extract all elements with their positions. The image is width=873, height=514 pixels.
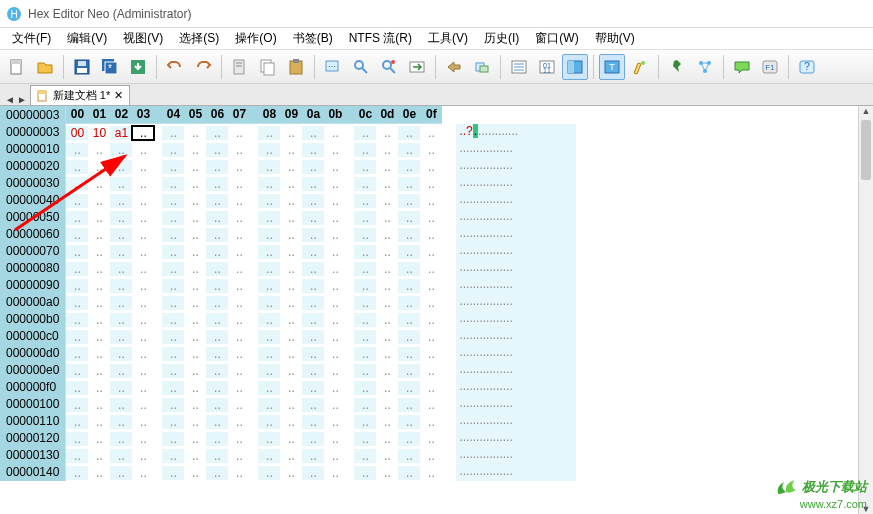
hex-byte[interactable]: ..: [302, 262, 324, 276]
goto-button[interactable]: [404, 54, 430, 80]
hex-byte[interactable]: ..: [354, 194, 376, 208]
hex-byte[interactable]: ..: [228, 296, 250, 310]
hex-byte[interactable]: ..: [324, 245, 346, 259]
hex-byte[interactable]: ..: [66, 177, 88, 191]
nav-fwd-button[interactable]: [469, 54, 495, 80]
hex-byte[interactable]: ..: [398, 432, 420, 446]
hex-byte[interactable]: ..: [184, 143, 206, 157]
hex-byte[interactable]: ..: [110, 415, 132, 429]
hex-byte[interactable]: ..: [280, 347, 302, 361]
ascii-cell[interactable]: ................: [456, 447, 576, 464]
ascii-cell[interactable]: ................: [456, 413, 576, 430]
hex-byte[interactable]: ..: [66, 449, 88, 463]
hex-byte[interactable]: ..: [206, 279, 228, 293]
ascii-cell[interactable]: ..?.............: [456, 124, 576, 141]
hex-byte[interactable]: ..: [376, 415, 398, 429]
hex-byte[interactable]: a1: [110, 126, 132, 140]
highlight-button[interactable]: [627, 54, 653, 80]
hex-byte[interactable]: ..: [110, 381, 132, 395]
hex-byte[interactable]: ..: [132, 313, 154, 327]
hex-byte[interactable]: ..: [184, 279, 206, 293]
hex-byte[interactable]: ..: [376, 330, 398, 344]
hex-byte[interactable]: ..: [324, 449, 346, 463]
hex-byte[interactable]: ..: [280, 126, 302, 140]
hex-byte[interactable]: ..: [110, 228, 132, 242]
hex-byte[interactable]: ..: [132, 415, 154, 429]
hex-byte[interactable]: ..: [184, 466, 206, 480]
hex-byte[interactable]: ..: [66, 432, 88, 446]
chat-button[interactable]: [729, 54, 755, 80]
hex-byte[interactable]: ..: [376, 143, 398, 157]
hex-byte[interactable]: ..: [110, 160, 132, 174]
hex-byte[interactable]: ..: [206, 262, 228, 276]
hex-byte[interactable]: ..: [184, 211, 206, 225]
hex-byte[interactable]: ..: [258, 466, 280, 480]
hex-byte[interactable]: ..: [88, 398, 110, 412]
ascii-cell[interactable]: ................: [456, 243, 576, 260]
hex-byte[interactable]: ..: [398, 466, 420, 480]
hex-byte[interactable]: ..: [88, 330, 110, 344]
hex-byte[interactable]: ..: [324, 381, 346, 395]
binary-button[interactable]: 0111: [534, 54, 560, 80]
hex-row[interactable]: ................................: [66, 464, 442, 481]
hex-byte[interactable]: ..: [280, 466, 302, 480]
hex-byte[interactable]: ..: [206, 160, 228, 174]
hex-byte[interactable]: ..: [66, 381, 88, 395]
hex-byte[interactable]: ..: [302, 347, 324, 361]
hex-byte[interactable]: ..: [280, 279, 302, 293]
ascii-cell[interactable]: ................: [456, 430, 576, 447]
hex-byte[interactable]: ..: [324, 364, 346, 378]
hex-byte[interactable]: ..: [206, 398, 228, 412]
hex-byte[interactable]: ..: [228, 143, 250, 157]
hex-byte[interactable]: ..: [110, 177, 132, 191]
hex-byte[interactable]: ..: [184, 262, 206, 276]
ascii-cell[interactable]: ................: [456, 328, 576, 345]
hex-byte[interactable]: ..: [88, 347, 110, 361]
hex-byte[interactable]: ..: [66, 330, 88, 344]
hex-row[interactable]: ................................: [66, 277, 442, 294]
hex-byte[interactable]: ..: [132, 194, 154, 208]
hex-row[interactable]: ................................: [66, 311, 442, 328]
hex-byte[interactable]: ..: [162, 313, 184, 327]
save-all-button[interactable]: *: [97, 54, 123, 80]
hex-byte[interactable]: ..: [110, 466, 132, 480]
hex-byte[interactable]: ..: [302, 160, 324, 174]
hex-byte[interactable]: ..: [88, 279, 110, 293]
hex-byte[interactable]: ..: [280, 194, 302, 208]
menu-item[interactable]: 视图(V): [115, 28, 171, 49]
hex-byte[interactable]: ..: [324, 330, 346, 344]
hex-byte[interactable]: ..: [324, 347, 346, 361]
export-button[interactable]: [125, 54, 151, 80]
hex-byte[interactable]: ..: [88, 381, 110, 395]
hex-row[interactable]: ................................: [66, 447, 442, 464]
hex-byte[interactable]: ..: [206, 449, 228, 463]
hex-byte[interactable]: ..: [258, 415, 280, 429]
hex-byte[interactable]: ..: [132, 432, 154, 446]
hex-row[interactable]: ................................: [66, 396, 442, 413]
hex-byte[interactable]: ..: [280, 296, 302, 310]
hex-byte[interactable]: ..: [162, 347, 184, 361]
hex-byte[interactable]: ..: [420, 160, 442, 174]
hex-byte[interactable]: ..: [132, 364, 154, 378]
hex-byte[interactable]: ..: [354, 296, 376, 310]
hex-byte[interactable]: ..: [228, 194, 250, 208]
ascii-cell[interactable]: ................: [456, 209, 576, 226]
hex-byte[interactable]: ..: [184, 398, 206, 412]
hex-byte[interactable]: ..: [110, 449, 132, 463]
hex-byte[interactable]: ..: [258, 364, 280, 378]
replace-button[interactable]: [376, 54, 402, 80]
hex-row[interactable]: ................................: [66, 430, 442, 447]
hex-byte[interactable]: ..: [258, 432, 280, 446]
menu-item[interactable]: 编辑(V): [59, 28, 115, 49]
hex-byte[interactable]: ..: [324, 296, 346, 310]
hex-byte[interactable]: ..: [88, 211, 110, 225]
hex-byte[interactable]: ..: [376, 262, 398, 276]
hex-byte[interactable]: ..: [258, 177, 280, 191]
hex-byte[interactable]: ..: [354, 466, 376, 480]
hex-byte[interactable]: ..: [184, 228, 206, 242]
hex-byte[interactable]: ..: [132, 143, 154, 157]
ascii-column[interactable]: ..?.....................................…: [456, 106, 576, 514]
hex-byte[interactable]: ..: [258, 279, 280, 293]
hex-byte[interactable]: ..: [110, 279, 132, 293]
hex-byte[interactable]: ..: [280, 143, 302, 157]
